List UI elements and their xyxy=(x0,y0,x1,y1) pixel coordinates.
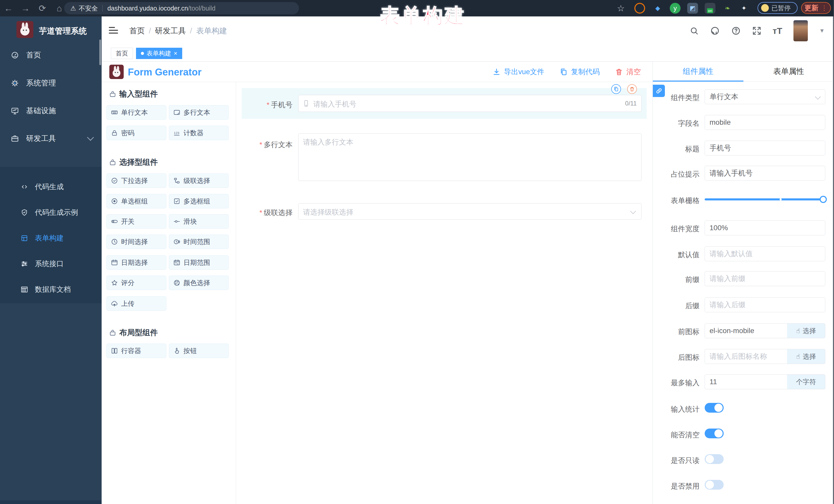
palette-item-slider[interactable]: 滑块 xyxy=(169,214,229,229)
upload-cloud-icon xyxy=(111,300,118,307)
palette-item-date-picker[interactable]: 日期选择 xyxy=(107,255,166,270)
palette-item-password[interactable]: 密码 xyxy=(107,126,166,140)
download-icon xyxy=(493,68,500,76)
bookmark-star-icon[interactable]: ☆ xyxy=(617,3,624,13)
extension-icon[interactable]: y xyxy=(670,3,681,14)
width-input[interactable] xyxy=(705,220,825,235)
palette-item-select[interactable]: 下拉选择 xyxy=(107,174,166,188)
palette-item-time-picker[interactable]: 时间选择 xyxy=(107,235,166,249)
disabled-toggle[interactable] xyxy=(705,480,724,490)
sidebar-item-home[interactable]: 首页 xyxy=(0,43,102,67)
sliders-icon xyxy=(21,260,28,268)
palette-item-time-range[interactable]: 时间范围 xyxy=(169,235,229,249)
tag-form-builder[interactable]: 表单构建 × xyxy=(136,48,182,59)
extension-icon[interactable]: on xyxy=(705,3,716,14)
extension-icon[interactable]: ◩ xyxy=(687,3,698,14)
github-icon[interactable] xyxy=(710,26,720,36)
prop-label: 输入统计 xyxy=(653,404,700,414)
breadcrumb-devtools[interactable]: 研发工具 xyxy=(155,26,186,36)
browser-update-button[interactable]: 更新 ⋮ xyxy=(801,2,831,14)
readonly-toggle[interactable] xyxy=(705,454,724,464)
slider-handle[interactable] xyxy=(820,196,827,203)
palette-item-rate[interactable]: 评分 xyxy=(107,276,166,290)
help-icon[interactable] xyxy=(731,26,741,36)
security-warning[interactable]: ⚠ 不安全 xyxy=(70,4,98,13)
cascader-input[interactable]: 请选择级联选择 xyxy=(298,203,641,220)
field-name-input[interactable] xyxy=(705,115,825,130)
palette-item-multi-text[interactable]: 多行文本 xyxy=(169,105,229,119)
user-avatar[interactable] xyxy=(793,20,808,41)
sidebar: 芋道管理系统 首页 系统管理 基础设施 研发工具 代码生成 代码生 xyxy=(0,17,102,504)
tag-home[interactable]: 首页 xyxy=(111,48,133,59)
sidebar-item-db-doc[interactable]: 数据库文档 xyxy=(0,277,102,302)
fullscreen-icon[interactable] xyxy=(752,26,761,36)
palette-item-upload[interactable]: 上传 xyxy=(107,297,166,311)
tab-form-props[interactable]: 表单属性 xyxy=(743,62,834,81)
prefix-icon-input[interactable] xyxy=(705,323,787,338)
sidebar-item-codegen[interactable]: 代码生成 xyxy=(0,174,102,200)
address-bar[interactable]: ⚠ 不安全 dashboard.yudao.iocoder.cn/tool/bu… xyxy=(64,2,299,14)
breadcrumb-home[interactable]: 首页 xyxy=(129,26,145,36)
sidebar-item-infra[interactable]: 基础设施 xyxy=(0,98,102,123)
component-type-select[interactable]: 单行文本 xyxy=(705,89,825,104)
reload-icon[interactable]: ⟳ xyxy=(34,3,51,13)
export-vue-button[interactable]: 导出vue文件 xyxy=(493,67,544,77)
palette-item-checkbox-group[interactable]: 多选框组 xyxy=(169,194,229,209)
forward-icon[interactable]: → xyxy=(17,3,34,13)
suffix-icon-select-button[interactable]: ☝选择 xyxy=(787,349,825,364)
sidebar-item-form-builder[interactable]: 表单构建 xyxy=(0,225,102,251)
avatar-caret-icon[interactable]: ▼ xyxy=(819,27,825,34)
max-length-input[interactable] xyxy=(705,374,787,389)
mobile-input[interactable]: 请输入手机号 0/11 xyxy=(298,95,641,112)
prefix-icon-select-button[interactable]: ☝选择 xyxy=(787,323,825,338)
component-copy-button[interactable] xyxy=(611,84,621,94)
profile-paused-chip[interactable]: 已暂停 xyxy=(758,2,797,14)
component-delete-button[interactable] xyxy=(627,84,637,94)
sidebar-item-system[interactable]: 系统管理 xyxy=(0,71,102,95)
form-grid-slider[interactable] xyxy=(705,198,825,200)
back-icon[interactable]: ← xyxy=(0,3,17,13)
clearable-toggle[interactable] xyxy=(705,429,724,438)
extension-icon[interactable] xyxy=(634,3,645,14)
textarea-input[interactable]: 请输入多行文本 xyxy=(298,133,641,181)
tab-component-props[interactable]: 组件属性 xyxy=(653,62,743,81)
palette-item-single-text[interactable]: 单行文本 xyxy=(107,105,166,119)
page-title: Form Generator xyxy=(128,67,201,78)
palette-item-color-picker[interactable]: 颜色选择 xyxy=(169,276,229,290)
prop-label: 后缀 xyxy=(653,301,700,311)
palette-item-switch[interactable]: 开关 xyxy=(107,214,166,229)
sidebar-collapse-bar[interactable] xyxy=(0,500,102,504)
extension-icon[interactable]: ❧ xyxy=(722,3,733,14)
palette-item-date-range[interactable]: 日期范围 xyxy=(169,255,229,270)
palette-section-title: 选择型组件 xyxy=(109,157,158,168)
title-input[interactable] xyxy=(705,140,825,155)
placeholder-input[interactable] xyxy=(705,166,825,181)
breadcrumb: 首页 / 研发工具 / 表单构建 xyxy=(129,17,227,45)
extension-icon[interactable]: ◆ xyxy=(652,3,663,14)
palette-item-cascader[interactable]: 级联选择 xyxy=(169,174,229,188)
suffix-icon-input[interactable] xyxy=(705,349,787,364)
kebab-menu-icon[interactable]: ⋮ xyxy=(821,4,828,12)
palette-item-row-container[interactable]: 行容器 xyxy=(107,344,166,358)
close-icon[interactable]: × xyxy=(174,50,177,57)
annotation-title: 表单构建 xyxy=(380,3,466,29)
lock-icon xyxy=(111,129,118,136)
select-check-icon xyxy=(111,177,118,184)
font-size-icon[interactable]: тТ xyxy=(773,26,782,36)
show-word-limit-toggle[interactable] xyxy=(705,403,724,413)
clear-button[interactable]: 清空 xyxy=(615,67,641,77)
search-icon[interactable] xyxy=(689,26,699,36)
sidebar-scrollbar[interactable] xyxy=(99,40,101,65)
copy-code-button[interactable]: 复制代码 xyxy=(560,67,600,77)
extension-icon[interactable]: ✦ xyxy=(739,3,749,14)
suffix-input[interactable] xyxy=(705,298,825,312)
palette-item-counter[interactable]: 123 计数器 xyxy=(169,126,229,140)
palette-item-radio-group[interactable]: 单选框组 xyxy=(107,194,166,209)
default-value-input[interactable] xyxy=(705,246,825,261)
sidebar-item-devtools[interactable]: 研发工具 xyxy=(0,126,102,151)
hamburger-icon[interactable] xyxy=(109,25,118,36)
sidebar-item-codegen-example[interactable]: 代码生成示例 xyxy=(0,200,102,225)
sidebar-item-api[interactable]: 系统接口 xyxy=(0,251,102,277)
prefix-input[interactable] xyxy=(705,271,825,286)
palette-item-button[interactable]: 按钮 xyxy=(169,344,229,358)
